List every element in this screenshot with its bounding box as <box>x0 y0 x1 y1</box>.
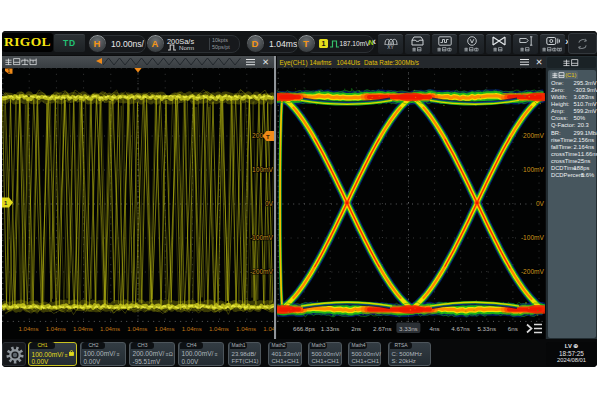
svg-text:1.04ms: 1.04ms <box>182 325 202 332</box>
svg-text:0V: 0V <box>535 200 544 207</box>
svg-text:200mV: 200mV <box>523 132 544 139</box>
svg-text:0V: 0V <box>265 200 274 207</box>
svg-text:-100mV: -100mV <box>250 234 274 241</box>
svg-text:1.04ms: 1.04ms <box>155 325 175 332</box>
svg-text:1.04ms: 1.04ms <box>100 325 120 332</box>
svg-text:1.04ms: 1.04ms <box>19 325 39 332</box>
svg-text:6ns: 6ns <box>507 325 517 332</box>
svg-text:2.67ns: 2.67ns <box>373 325 392 332</box>
svg-text:666.8ps: 666.8ps <box>292 325 314 332</box>
svg-text:1.04ms: 1.04ms <box>236 325 256 332</box>
svg-text:1.33ns: 1.33ns <box>320 325 339 332</box>
svg-text:1.04ms: 1.04ms <box>127 325 147 332</box>
svg-text:3.33ns: 3.33ns <box>399 325 418 332</box>
svg-text:4.67ns: 4.67ns <box>451 325 470 332</box>
svg-text:-100mV: -100mV <box>520 234 544 241</box>
svg-text:1.04ms: 1.04ms <box>209 325 229 332</box>
svg-text:2ns: 2ns <box>351 325 361 332</box>
svg-text:-200mV: -200mV <box>520 268 544 275</box>
svg-text:T: T <box>266 134 270 140</box>
svg-text:1.04ms: 1.04ms <box>73 325 93 332</box>
svg-text:100mV: 100mV <box>523 166 544 173</box>
svg-text:1.04ms: 1.04ms <box>263 325 274 332</box>
svg-text:4ns: 4ns <box>429 325 439 332</box>
svg-text:-200mV: -200mV <box>250 268 274 275</box>
svg-text:1.04ms: 1.04ms <box>46 325 66 332</box>
svg-text:100mV: 100mV <box>252 166 273 173</box>
svg-text:5.33ns: 5.33ns <box>477 325 496 332</box>
